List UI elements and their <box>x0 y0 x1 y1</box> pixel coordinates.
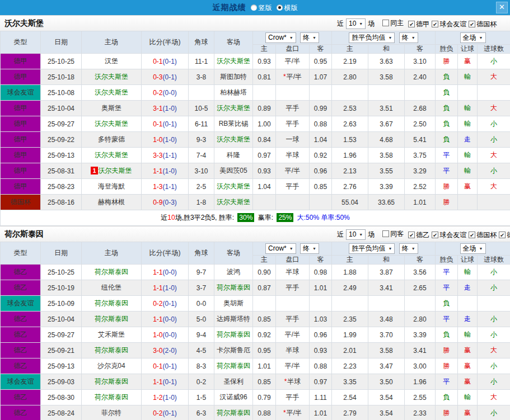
match-type-cell: 德甲 <box>1 101 41 116</box>
filter-checkbox-球会友谊[interactable]: ✔球会友谊 <box>432 230 466 240</box>
corner-cell: 2-5 <box>189 179 214 195</box>
handicap-cell: 平手 <box>276 312 310 327</box>
layout-radio-label: 竖版 <box>259 4 272 12</box>
checkbox-label: 德甲 <box>507 230 510 240</box>
match-type-cell: 德乙 <box>1 405 41 420</box>
goals-result-cell: 小 <box>478 374 510 390</box>
avg-home-cell <box>332 296 368 312</box>
col-header-corner: 角球 <box>189 242 214 265</box>
avg-type-select[interactable]: 胜平负均值▼ <box>349 243 395 254</box>
checkbox-checked-icon: ✔ <box>469 232 475 238</box>
filter-checkbox-同主[interactable]: 同主 <box>382 18 404 28</box>
corner-cell: 8-3 <box>189 358 214 374</box>
match-date-cell: 25-08-30 <box>41 390 82 405</box>
fulltime-select[interactable]: 全场▼ <box>460 32 486 43</box>
home-team-name: 沙尔克04 <box>97 362 125 370</box>
halftime-score: (0-3) <box>163 199 177 206</box>
avg-final-select[interactable]: 终▼ <box>399 32 418 43</box>
corner-cell: 3-10 <box>189 163 214 179</box>
home-team-cell: 荷尔斯泰因 <box>82 312 142 327</box>
score-cell: 0-1(0-1) <box>142 358 189 374</box>
odds-final-select[interactable]: 终▼ <box>300 32 319 43</box>
odds-home-cell: 0.79 <box>253 390 276 405</box>
sub-header: 和 <box>368 45 405 54</box>
sub-header: 客 <box>310 45 332 54</box>
sub-header: 进球数 <box>478 45 510 54</box>
avg-home-cell: 3.35 <box>332 374 368 390</box>
team-name: 荷尔斯泰因 <box>4 229 44 239</box>
away-team-cell: 科隆 <box>214 148 253 163</box>
winlose-result-cell: 平 <box>436 280 458 296</box>
winlose-result-cell: 負 <box>436 296 458 312</box>
handicap-cell: 平手 <box>276 116 310 132</box>
avg-away-cell: 3.10 <box>405 54 436 69</box>
odds-away-cell: 0.96 <box>310 163 332 179</box>
chevron-down-icon: ▼ <box>411 36 415 40</box>
sub-header: 客 <box>405 256 436 265</box>
match-type-cell: 德乙 <box>1 390 41 405</box>
filter-checkbox-球会友谊[interactable]: ✔球会友谊 <box>432 20 466 29</box>
halftime-score: (0-1) <box>163 300 177 308</box>
avg-home-cell: 2.35 <box>332 312 368 327</box>
filter-checkbox-德国杯[interactable]: ✔德国杯 <box>469 20 497 29</box>
odds-away-cell: 1.03 <box>310 312 332 327</box>
match-date-cell: 25-10-08 <box>41 85 82 101</box>
home-team-cell: 菲尔特 <box>82 405 142 420</box>
match-count-select[interactable]: 10▼ <box>346 229 366 240</box>
filter-checkbox-德国杯[interactable]: ✔德国杯 <box>469 230 497 240</box>
score-cell: 0-1(0-1) <box>142 116 189 132</box>
avg-home-cell: 2.63 <box>332 116 368 132</box>
match-row: 德乙25-08-24菲尔特0-2(0-1)6-3荷尔斯泰因0.88*平/半1.0… <box>1 405 510 420</box>
filter-checkbox-德甲[interactable]: ✔德甲 <box>499 230 510 240</box>
winlose-result-cell: 平 <box>436 374 458 390</box>
sub-header: 盘口 <box>276 256 310 265</box>
corner-cell <box>189 85 214 101</box>
close-icon[interactable]: ✕ <box>496 2 508 13</box>
filter-checkbox-同客[interactable]: 同客 <box>382 229 404 239</box>
avg-draw-cell: 3.41 <box>368 280 405 296</box>
handicap-cell: 平/半 <box>276 358 310 374</box>
fulltime-group-header: 全场▼ <box>436 242 510 256</box>
filter-checkbox-德甲[interactable]: ✔德甲 <box>408 20 429 29</box>
team-name: 沃尔夫斯堡 <box>4 18 44 29</box>
away-team-cell: 沃尔夫斯堡 <box>214 54 253 69</box>
layout-radio-vertical[interactable] <box>251 4 257 11</box>
col-header-away: 客场 <box>214 242 253 265</box>
home-team-name: 海登海默 <box>98 182 125 190</box>
away-team-cell: 汉诺威96 <box>214 390 253 405</box>
odds-company-select[interactable]: Crow*▼ <box>265 32 296 43</box>
avg-type-select[interactable]: 胜平负均值▼ <box>349 32 395 43</box>
match-type-cell: 德甲 <box>1 69 41 85</box>
home-team-name: 荷尔斯泰因 <box>95 299 128 307</box>
away-team-name: 达姆斯塔特 <box>217 315 250 323</box>
match-count-select[interactable]: 10▼ <box>346 18 366 29</box>
match-date-cell: 25-08-23 <box>41 179 82 195</box>
fulltime-select[interactable]: 全场▼ <box>460 243 486 254</box>
summary-part: 单率:50% <box>319 214 350 221</box>
score-cell: 1-1(1-0) <box>142 163 189 179</box>
filter-checkbox-德乙[interactable]: ✔德乙 <box>408 230 429 240</box>
handicap-result-cell: 赢 <box>458 358 478 374</box>
home-team-name: 荷尔斯泰因 <box>95 346 128 354</box>
summary-part: 25% <box>277 213 293 222</box>
away-team-name: 荷尔斯泰因 <box>217 284 250 291</box>
checkbox-checked-icon: ✔ <box>408 232 415 238</box>
avg-draw-cell: 3.63 <box>368 54 405 69</box>
winlose-result-cell: 負 <box>436 132 458 148</box>
layout-radio-horizontal[interactable] <box>277 4 283 11</box>
fulltime-group-header: 全场▼ <box>436 31 510 45</box>
handicap-change-star: * <box>284 377 287 385</box>
match-type-cell: 德甲 <box>1 132 41 148</box>
avg-home-cell: 1.88 <box>332 265 368 280</box>
odds-company-select[interactable]: Crow*▼ <box>265 243 296 254</box>
avg-final-select[interactable]: 终▼ <box>399 243 418 254</box>
match-row: 德乙25-09-13沙尔克040-1(0-1)8-3荷尔斯泰因1.01平/半0.… <box>1 358 510 374</box>
match-row: 德甲25-10-25汉堡0-1(0-1)11-1沃尔夫斯堡0.93平/半0.95… <box>1 54 510 69</box>
odds-final-select[interactable]: 终▼ <box>300 243 319 254</box>
home-team-name: 奥斯堡 <box>101 104 121 112</box>
match-row: 德乙25-09-21荷尔斯泰因3-0(2-0)4-5卡尔斯鲁厄0.95半球0.9… <box>1 343 510 358</box>
home-team-cell: 荷尔斯泰因 <box>82 265 142 280</box>
avg-draw-cell: 3.50 <box>368 374 405 390</box>
fulltime-score: 0-2 <box>153 409 162 417</box>
chevron-down-icon: ▼ <box>479 36 483 40</box>
